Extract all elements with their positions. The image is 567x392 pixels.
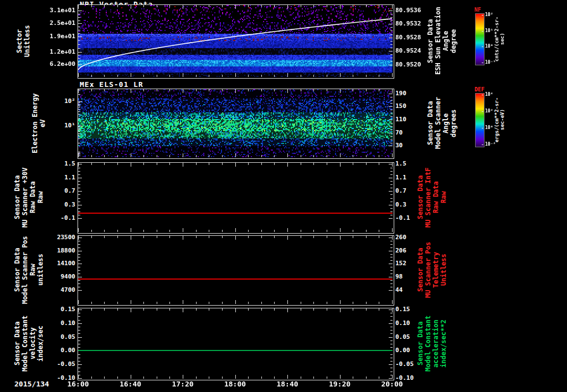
tick-mark — [353, 163, 353, 165]
tick-mark — [131, 375, 131, 379]
tick-mark — [131, 89, 131, 93]
tick-mark — [287, 375, 288, 379]
tick-mark — [78, 33, 80, 34]
tick-mark — [392, 5, 393, 9]
panel3-left-axis-title: Sensor Data MU Scanner +30V Raw Data Raw — [13, 162, 45, 233]
tick-mark — [261, 236, 262, 238]
tick-mark — [143, 302, 144, 304]
tick-mark — [340, 73, 341, 77]
tick-mark — [390, 270, 393, 271]
tick-mark — [222, 75, 223, 77]
tick-mark — [169, 75, 170, 77]
tick-mark — [389, 191, 393, 192]
x-tick-label: 17:20 — [167, 380, 198, 388]
tick-mark — [389, 120, 393, 120]
tick-mark — [78, 244, 80, 245]
tick-mark — [248, 155, 249, 157]
y-tick-label: 0.7 — [32, 188, 75, 194]
tick-mark — [390, 171, 393, 172]
tick-mark — [78, 178, 82, 178]
tick-mark — [209, 230, 209, 232]
tick-mark — [222, 163, 223, 165]
tick-mark — [91, 302, 92, 304]
tick-mark — [78, 73, 79, 77]
tick-mark — [392, 153, 393, 157]
tick-mark — [78, 109, 80, 110]
x-tick-label: 16:00 — [63, 380, 94, 388]
tick-mark — [390, 126, 393, 127]
colorbar-tick-mark — [482, 111, 483, 112]
colorbar-tick-label: 10⁻¹ — [485, 60, 496, 65]
tick-mark — [169, 155, 170, 157]
tick-mark — [78, 101, 82, 102]
tick-mark — [235, 375, 236, 379]
tick-mark — [390, 375, 393, 375]
tick-mark — [104, 376, 105, 379]
tick-mark — [340, 236, 341, 240]
tick-mark — [117, 5, 118, 7]
tick-mark — [78, 61, 80, 62]
tick-mark — [78, 198, 80, 199]
tick-mark — [301, 230, 301, 232]
tick-mark — [157, 89, 157, 91]
tick-mark — [78, 52, 82, 53]
x-tick-label: 20:00 — [377, 380, 408, 388]
tick-mark — [248, 5, 249, 7]
tick-mark — [274, 236, 275, 238]
tick-mark — [157, 155, 157, 157]
tick-mark — [379, 155, 379, 157]
data-line — [78, 213, 393, 214]
tick-mark — [390, 280, 393, 281]
tick-mark — [390, 143, 393, 143]
tick-mark — [248, 236, 249, 238]
tick-mark — [389, 264, 393, 264]
tick-mark — [143, 155, 144, 157]
panel5-left-axis-title: Sensor Data Model Constant velocity inde… — [13, 308, 45, 379]
tick-mark — [157, 308, 157, 311]
x-tick-label: 16:40 — [115, 380, 146, 388]
tick-mark — [78, 212, 80, 212]
tick-mark — [353, 155, 353, 157]
tick-mark — [78, 330, 80, 331]
tick-mark — [390, 320, 393, 321]
y-tick-label: 0.10 — [32, 320, 75, 326]
tick-mark — [390, 316, 393, 317]
tick-mark — [379, 302, 379, 304]
tick-mark — [390, 181, 393, 182]
tick-mark — [183, 5, 183, 9]
y-tick-label: 260 — [395, 234, 429, 240]
tick-mark — [104, 236, 105, 238]
tick-mark — [78, 114, 80, 115]
tick-mark — [78, 238, 82, 238]
tick-mark — [78, 267, 80, 267]
tick-mark — [390, 212, 393, 212]
tick-mark — [327, 89, 327, 91]
tick-mark — [222, 308, 223, 311]
tick-mark — [389, 133, 393, 133]
tick-mark — [222, 302, 223, 304]
y-tick-label: 80.9528 — [395, 34, 429, 40]
y-tick-label: 110 — [395, 116, 429, 122]
tick-mark — [301, 376, 301, 379]
tick-mark — [78, 378, 82, 379]
tick-mark — [313, 302, 314, 304]
tick-mark — [390, 110, 393, 110]
tick-mark — [389, 65, 393, 65]
tick-mark — [222, 5, 223, 7]
tick-mark — [91, 155, 92, 157]
tick-mark — [390, 287, 393, 287]
tick-mark — [389, 146, 393, 146]
y-tick-label: 190 — [395, 90, 429, 96]
tick-mark — [274, 230, 275, 232]
colorbar-tick-mark — [482, 145, 483, 145]
tick-mark — [379, 89, 379, 91]
tick-mark — [78, 90, 80, 90]
tick-mark — [389, 51, 393, 51]
y-tick-label: 80.9532 — [395, 20, 429, 27]
colorbar-tick-label: 10⁻² — [485, 142, 496, 147]
tick-mark — [366, 236, 367, 238]
tick-mark — [301, 155, 301, 157]
y-tick-label: 0.15 — [32, 306, 75, 312]
tick-mark — [301, 308, 301, 311]
tick-mark — [131, 236, 131, 240]
